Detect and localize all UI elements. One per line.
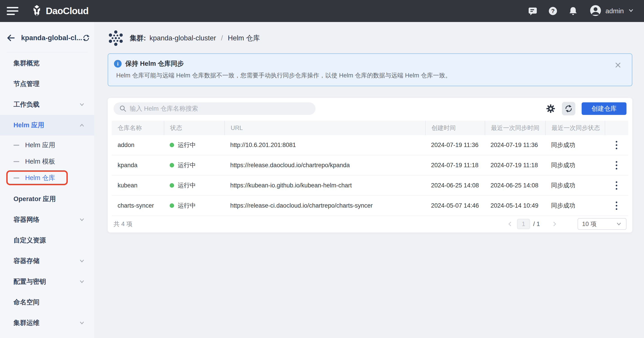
sidebar-subitem-helm-repo[interactable]: Helm 仓库: [0, 170, 94, 186]
column-header-status: 状态: [164, 121, 224, 135]
created-time: 2024-07-19 11:18: [425, 155, 485, 175]
prev-page-button[interactable]: [507, 220, 514, 227]
user-name: admin: [606, 7, 624, 15]
last-sync-time: 2024-07-19 11:18: [485, 155, 545, 175]
breadcrumb: 集群: kpanda-global-cluster / Helm 仓库: [108, 30, 632, 46]
table-row: kpanda 运行中 https://release.daocloud.io/c…: [112, 155, 628, 176]
sidebar-item-cluster-ops[interactable]: 集群运维: [0, 313, 94, 333]
page-size-select[interactable]: 10 项: [578, 218, 626, 230]
next-page-button[interactable]: [551, 220, 558, 227]
refresh-button[interactable]: [562, 102, 575, 115]
user-menu[interactable]: admin: [590, 5, 634, 17]
sidebar-divider: [7, 52, 88, 52]
page-title: Helm 仓库: [228, 34, 260, 43]
status-dot: [170, 143, 174, 147]
chevron-up-icon: [78, 122, 85, 128]
search-input[interactable]: [130, 105, 310, 112]
sidebar-item-namespaces[interactable]: 命名空间: [0, 292, 94, 313]
nav-label: 工作负载: [14, 100, 40, 109]
nav-label: Helm 仓库: [25, 174, 55, 182]
dash-icon: [14, 161, 19, 162]
chevron-down-icon: [616, 221, 622, 227]
kebab-menu-icon[interactable]: [614, 180, 619, 192]
sidebar-item-workloads[interactable]: 工作负载: [0, 94, 94, 115]
repo-name: charts-syncer: [112, 196, 164, 216]
breadcrumb-separator: /: [221, 34, 223, 42]
sidebar-item-operator-apps[interactable]: Operator 应用: [0, 189, 94, 210]
helm-submenu: Helm 应用 Helm 模板 Helm 仓库: [0, 136, 94, 189]
bell-icon[interactable]: [568, 6, 578, 16]
avatar-icon: [590, 5, 601, 17]
hamburger-menu-icon[interactable]: [7, 6, 20, 16]
search-icon: [120, 105, 126, 112]
brand-logo[interactable]: DaoCloud: [32, 5, 88, 17]
kebab-menu-icon[interactable]: [614, 200, 619, 212]
app-root: DaoCloud ? admin: [0, 0, 644, 338]
search-box: [114, 102, 316, 115]
sidebar-item-container-storage[interactable]: 容器存储: [0, 251, 94, 271]
help-icon[interactable]: ?: [548, 6, 558, 16]
nav-label: Helm 应用: [25, 141, 55, 150]
cluster-dots-icon: [108, 30, 124, 46]
sidebar-item-custom-resources[interactable]: 自定义资源: [0, 230, 94, 251]
table-row: charts-syncer 运行中 https://release-ci.dao…: [112, 196, 628, 216]
header-actions: ? admin: [528, 5, 634, 17]
chevron-down-icon: [78, 258, 85, 264]
gear-icon[interactable]: [545, 103, 556, 114]
last-sync-status: 同步成功: [545, 135, 605, 155]
status-dot: [170, 183, 174, 188]
sidebar-nav: 集群概览 节点管理 工作负载 Helm 应用 Helm 应用: [0, 53, 94, 333]
chevron-down-icon: [78, 320, 85, 326]
close-icon[interactable]: [614, 62, 622, 69]
repo-url: https://release.daocloud.io/chartrepo/kp…: [224, 155, 425, 175]
table-header-row: 仓库名称 状态 URL 创建时间 最近一次同步时间 最近一次同步状态: [112, 121, 628, 135]
column-header-created: 创建时间: [425, 121, 485, 135]
sidebar-item-config-secrets[interactable]: 配置与密钥: [0, 271, 94, 292]
sidebar-item-node-management[interactable]: 节点管理: [0, 74, 94, 94]
dash-icon: [14, 145, 19, 146]
sync-info-alert: i 保持 Helm 仓库同步 Helm 仓库可能与远端 Helm 仓库数据不一致…: [108, 54, 632, 86]
table-row: addon 运行中 http://10.6.201.201:8081 2024-…: [112, 135, 628, 155]
sidebar-item-cluster-overview[interactable]: 集群概览: [0, 53, 94, 74]
repo-url: http://10.6.201.201:8081: [224, 135, 425, 155]
nav-label: 集群概览: [14, 59, 40, 68]
sidebar-item-container-network[interactable]: 容器网络: [0, 210, 94, 230]
last-sync-time: 2024-06-25 14:08: [485, 176, 545, 195]
column-header-actions: [605, 121, 628, 135]
nav-label: 自定义资源: [14, 236, 46, 245]
status-text: 运行中: [178, 141, 196, 149]
repo-url: https://kubean-io.github.io/kubean-helm-…: [224, 176, 425, 195]
switch-cluster-icon[interactable]: [82, 34, 90, 42]
created-time: 2024-05-07 14:46: [425, 196, 485, 216]
alert-description: Helm 仓库可能与远端 Helm 仓库数据不一致，您需要手动执行同步仓库操作，…: [116, 71, 610, 80]
breadcrumb-cluster-link[interactable]: kpanda-global-cluster: [150, 34, 216, 42]
nav-label: 容器网络: [14, 215, 40, 224]
info-icon: i: [114, 60, 122, 68]
kebab-menu-icon[interactable]: [614, 139, 619, 151]
page-input[interactable]: [517, 219, 530, 229]
last-sync-status: 同步成功: [545, 196, 605, 216]
status-dot: [170, 163, 174, 168]
nav-label: Operator 应用: [14, 194, 56, 204]
nav-label: 集群运维: [14, 318, 40, 328]
repo-name: kpanda: [112, 155, 164, 175]
sidebar-subitem-helm-templates[interactable]: Helm 模板: [0, 153, 94, 170]
kebab-menu-icon[interactable]: [614, 159, 619, 171]
column-header-last-sync-time: 最近一次同步时间: [485, 121, 545, 135]
nav-label: Helm 应用: [14, 121, 44, 130]
nav-label: 容器存储: [14, 256, 40, 266]
sidebar-item-helm-apps[interactable]: Helm 应用: [0, 115, 94, 136]
daocloud-logo-icon: [32, 5, 42, 17]
table-footer: 共 4 项 / 1 10 项: [112, 216, 628, 232]
created-time: 2024-07-19 11:36: [425, 135, 485, 155]
pagination: / 1 10 项: [507, 218, 626, 230]
chevron-down-icon: [628, 8, 634, 14]
chat-icon[interactable]: [528, 6, 538, 16]
sidebar-subitem-helm-apps[interactable]: Helm 应用: [0, 137, 94, 153]
back-arrow-icon[interactable]: [7, 34, 15, 42]
alert-title: 保持 Helm 仓库同步: [125, 59, 184, 68]
repo-name: kubean: [112, 176, 164, 195]
create-repo-button[interactable]: 创建仓库: [582, 102, 626, 115]
created-time: 2024-06-25 14:08: [425, 176, 485, 195]
helm-repo-card: 创建仓库 仓库名称 状态 URL 创建时间 最近一次同步时间 最近一次同步状态 …: [108, 98, 632, 232]
